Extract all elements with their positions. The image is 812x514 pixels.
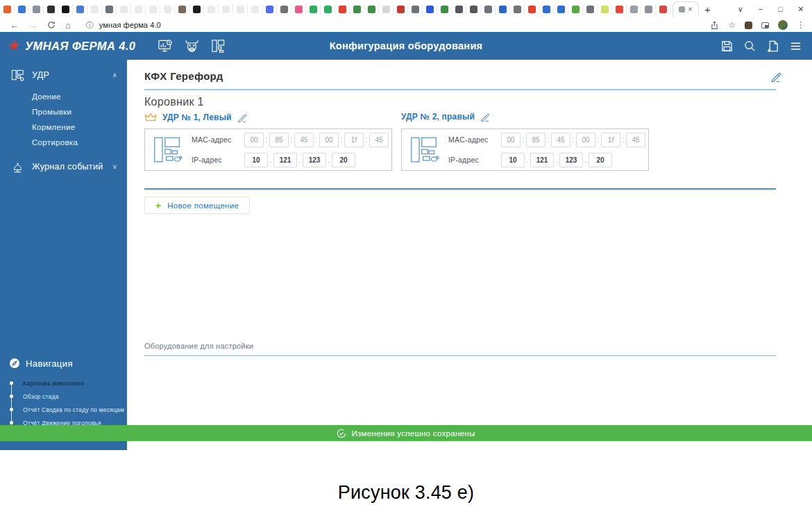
hamburger-menu-icon[interactable]: [789, 40, 802, 53]
browser-tab[interactable]: [262, 4, 277, 15]
maximize-icon[interactable]: □: [778, 5, 783, 13]
ip-octet-input[interactable]: [273, 153, 297, 167]
sidebar-item-feeding[interactable]: Кормление: [32, 119, 127, 135]
url-text[interactable]: умная ферма 4.0: [99, 21, 161, 29]
edit-unit-pencil-icon[interactable]: [480, 112, 490, 122]
browser-tab[interactable]: [394, 4, 408, 15]
browser-tab[interactable]: [641, 4, 656, 15]
ip-octet-input[interactable]: [530, 153, 554, 167]
mac-octet-input[interactable]: [501, 133, 521, 147]
edit-unit-pencil-icon[interactable]: [237, 113, 247, 122]
browser-tab[interactable]: [44, 4, 58, 15]
dashboard-chart-icon[interactable]: [158, 38, 174, 54]
active-tab[interactable]: ×: [673, 1, 699, 17]
browser-tab[interactable]: [656, 4, 670, 15]
site-info-icon[interactable]: ⓘ: [86, 20, 94, 31]
browser-tab[interactable]: [248, 4, 262, 15]
browser-tab[interactable]: [583, 4, 598, 15]
app-logo[interactable]: УМНАЯ ФЕРМА 4.0: [8, 39, 135, 53]
browser-tab[interactable]: [29, 4, 44, 15]
search-icon[interactable]: [743, 40, 756, 53]
sidebar-item-flushing[interactable]: Промывки: [32, 104, 127, 119]
mac-octet-input[interactable]: [269, 133, 289, 147]
browser-tab[interactable]: [189, 4, 204, 15]
browser-tab[interactable]: [364, 4, 379, 15]
mac-octet-input[interactable]: [601, 133, 620, 147]
browser-tab[interactable]: [539, 4, 554, 15]
browser-tab[interactable]: [408, 4, 423, 15]
browser-tab[interactable]: [379, 4, 394, 15]
browser-tab[interactable]: [291, 4, 306, 15]
browser-menu-icon[interactable]: ⋮: [797, 21, 805, 29]
mac-octet-input[interactable]: [369, 133, 389, 147]
browser-tab[interactable]: [335, 4, 350, 15]
browser-tab[interactable]: [510, 4, 525, 15]
browser-tab[interactable]: [306, 4, 321, 15]
tab-close-icon[interactable]: ×: [688, 6, 692, 13]
sidebar-item-milking[interactable]: Доение: [32, 89, 127, 104]
ip-octet-input[interactable]: [332, 153, 355, 167]
browser-tab[interactable]: [58, 4, 73, 15]
mac-octet-input[interactable]: [576, 133, 595, 147]
browser-tab[interactable]: [423, 4, 437, 15]
browser-tab[interactable]: [627, 4, 641, 15]
browser-tab[interactable]: [73, 4, 87, 15]
browser-tab[interactable]: [219, 4, 233, 15]
browser-tab[interactable]: [117, 4, 131, 15]
mac-octet-input[interactable]: [526, 133, 545, 147]
new-tab-button[interactable]: +: [704, 3, 711, 15]
browser-tab[interactable]: [15, 4, 29, 15]
browser-tab[interactable]: [146, 4, 160, 15]
reload-icon[interactable]: [47, 21, 56, 29]
browser-tab[interactable]: [568, 4, 583, 15]
mac-octet-input[interactable]: [244, 133, 264, 147]
ip-octet-input[interactable]: [244, 153, 268, 167]
close-icon[interactable]: ×: [798, 3, 804, 15]
browser-tab[interactable]: [612, 4, 627, 15]
edit-farm-pencil-icon[interactable]: [770, 71, 781, 82]
browser-tab[interactable]: [350, 4, 364, 15]
browser-tab[interactable]: [437, 4, 452, 15]
nav-item-herd-overview[interactable]: Обзор стада: [0, 390, 127, 403]
forward-icon[interactable]: →: [28, 21, 37, 30]
browser-tab[interactable]: [175, 4, 189, 15]
sidebar-item-udr[interactable]: УДР ∧: [0, 64, 127, 86]
browser-tab[interactable]: [204, 4, 219, 15]
bookmark-star-icon[interactable]: ☆: [728, 21, 736, 29]
tab-search-chevron-icon[interactable]: ∨: [738, 5, 743, 14]
ip-octet-input[interactable]: [303, 153, 326, 167]
browser-tab[interactable]: [0, 4, 15, 15]
browser-tab[interactable]: [598, 4, 612, 15]
sidebar-item-sorting[interactable]: Сортировка: [32, 135, 127, 150]
save-icon[interactable]: [720, 40, 734, 53]
new-file-icon[interactable]: [766, 40, 779, 53]
picture-in-picture-icon[interactable]: [761, 22, 769, 28]
nav-item-herd-monthly-report[interactable]: Отчёт Сводка по стаду по месяцам: [0, 403, 127, 416]
browser-tab[interactable]: [233, 4, 248, 15]
add-room-button[interactable]: + Новое помещение: [144, 197, 250, 214]
ip-octet-input[interactable]: [559, 153, 583, 167]
sidebar-item-event-log[interactable]: Журнал событий ∨: [0, 156, 127, 178]
browser-tab[interactable]: [525, 4, 539, 15]
browser-tab[interactable]: [87, 4, 102, 15]
ip-octet-input[interactable]: [501, 153, 525, 167]
browser-tab[interactable]: [452, 4, 466, 15]
browser-tab[interactable]: [102, 4, 117, 15]
nav-item-animal-card[interactable]: Карточка животного: [0, 376, 127, 390]
browser-tab[interactable]: [496, 4, 510, 15]
browser-tab[interactable]: [131, 4, 146, 15]
minimize-icon[interactable]: −: [759, 5, 763, 13]
browser-tab[interactable]: [466, 4, 481, 15]
profile-avatar[interactable]: [778, 20, 788, 30]
mac-octet-input[interactable]: [344, 133, 364, 147]
chevron-down-icon[interactable]: ∨: [112, 163, 117, 170]
browser-tab[interactable]: [160, 4, 175, 15]
mac-octet-input[interactable]: [551, 133, 570, 147]
mac-octet-input[interactable]: [319, 133, 339, 147]
ip-octet-input[interactable]: [589, 153, 612, 167]
home-icon[interactable]: ⌂: [65, 21, 71, 30]
browser-tab[interactable]: [321, 4, 335, 15]
back-icon[interactable]: ←: [10, 21, 19, 30]
mac-octet-input[interactable]: [626, 133, 645, 147]
browser-tab[interactable]: [481, 4, 496, 15]
